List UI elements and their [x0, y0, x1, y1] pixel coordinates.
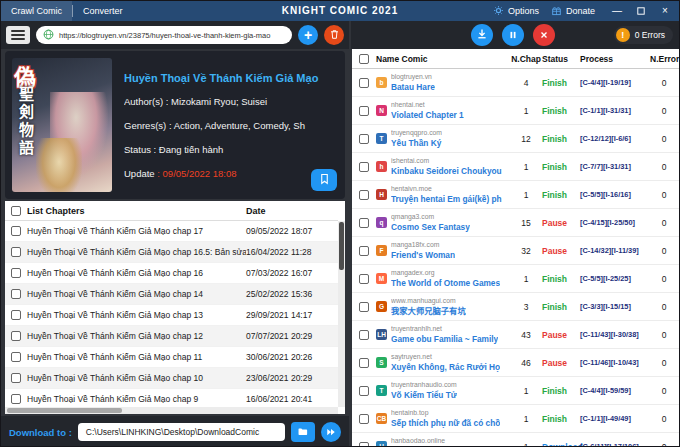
scrollbar-thumb[interactable]: [339, 222, 344, 270]
comic-name[interactable]: Yêu Thần Ký: [391, 138, 442, 149]
comic-name[interactable]: Võ Kiếm Tiểu Tử: [391, 390, 457, 401]
comic-checkbox[interactable]: [359, 358, 369, 368]
comic-row[interactable]: M mangadex.org The World of Otome Games …: [352, 265, 680, 293]
comic-row[interactable]: N nhentai.net Violated Chapter 1 1 Finis…: [352, 97, 680, 125]
bookmark-button[interactable]: [311, 169, 337, 191]
comic-name[interactable]: Xuyên Không, Rác Rưởi Họ: [391, 362, 500, 373]
comic-nchap: 3: [510, 302, 542, 312]
chapter-checkbox[interactable]: [11, 373, 21, 383]
close-button[interactable]: ×: [659, 5, 671, 17]
tab-crawl-comic[interactable]: Crawl Comic: [1, 1, 72, 21]
comic-name[interactable]: The World of Otome Games: [391, 278, 500, 289]
chapter-vertical-scrollbar[interactable]: [338, 221, 345, 407]
comic-checkbox[interactable]: [359, 302, 369, 312]
chapter-row[interactable]: Huyền Thoại Về Thánh Kiếm Giả Mạo chap 1…: [5, 347, 338, 368]
download-path-input[interactable]: C:\Users\LINHKING\Desktop\DownloadComic: [78, 423, 285, 441]
comic-nchap: 15: [510, 218, 542, 228]
maximize-button[interactable]: [635, 5, 647, 17]
stop-button[interactable]: [533, 24, 555, 46]
comic-status: Finish: [542, 190, 580, 200]
comic-row[interactable]: G www.manhuagui.com 我家大师兄脑子有坑 3 Finish […: [352, 293, 680, 321]
comic-checkbox[interactable]: [359, 274, 369, 284]
comic-row[interactable]: CB hentainb.top Sếp thích phụ nữ đã có c…: [352, 405, 680, 433]
add-comic-button[interactable]: +: [298, 25, 318, 45]
url-input[interactable]: https://blogtruyen.vn/23875/huyen-thoai-…: [36, 26, 292, 44]
menu-button[interactable]: [6, 26, 30, 44]
comic-name[interactable]: Game obu Familia ~ Family: [391, 334, 498, 345]
chapter-checkbox[interactable]: [11, 310, 21, 320]
site-favicon: T: [376, 133, 387, 144]
chapter-row[interactable]: Huyền Thoại Về Thánh Kiếm Giả Mạo chap 9…: [5, 389, 338, 407]
comic-name[interactable]: Friend's Woman: [391, 250, 455, 261]
chapter-checkbox[interactable]: [11, 226, 21, 236]
comic-name[interactable]: Violated Chapter 1: [391, 110, 464, 121]
comic-name[interactable]: Truyện hentai Em gái(kề) ph: [391, 194, 502, 205]
chapter-row[interactable]: Huyền Thoại Về Thánh Kiếm Giả Mạo chap 1…: [5, 326, 338, 347]
left-panel: https://blogtruyen.vn/23875/huyen-thoai-…: [1, 21, 349, 447]
comic-row[interactable]: T truyentranhaudio.com Võ Kiếm Tiểu Tử 1…: [352, 377, 680, 405]
chapter-checkbox[interactable]: [11, 247, 21, 257]
comic-nerror: 0: [650, 442, 678, 447]
comic-name[interactable]: 我家大师兄脑子有坑: [391, 306, 466, 317]
tab-converter[interactable]: Converter: [73, 1, 133, 21]
chapter-checkbox[interactable]: [11, 394, 21, 404]
comic-row[interactable]: S saytruyen.net Xuyên Không, Rác Rưởi Họ…: [352, 349, 680, 377]
comic-name[interactable]: Batau Hare: [391, 82, 435, 93]
chapter-row[interactable]: Huyền Thoại Về Thánh Kiếm Giả Mạo chap 1…: [5, 221, 338, 242]
errors-badge[interactable]: ! 0 Errors: [614, 26, 673, 44]
comic-checkbox[interactable]: [359, 330, 369, 340]
chapter-checkbox[interactable]: [11, 331, 21, 341]
chapter-checkbox[interactable]: [11, 268, 21, 278]
comic-status-line: Status : Đang tiến hành: [124, 144, 338, 155]
start-download-button[interactable]: [321, 422, 341, 442]
comic-title: Huyền Thoại Về Thánh Kiếm Giả Mạo: [124, 72, 338, 84]
pause-button[interactable]: [502, 24, 524, 46]
comic-checkbox[interactable]: [359, 162, 369, 172]
donate-button[interactable]: Donate: [551, 5, 595, 18]
select-all-chapters-checkbox[interactable]: [11, 206, 21, 216]
comic-row[interactable]: LH truyentranhlh.net Game obu Familia ~ …: [352, 321, 680, 349]
comic-site: truyentranhlh.net: [391, 325, 498, 334]
delete-button[interactable]: [324, 25, 344, 45]
comic-checkbox[interactable]: [359, 414, 369, 424]
download-all-button[interactable]: [471, 24, 493, 46]
chapter-row[interactable]: Huyền Thoại Về Thánh Kiếm Giả Mạo chap 1…: [5, 368, 338, 389]
chapter-name: Huyền Thoại Về Thánh Kiếm Giả Mạo chap 9: [27, 394, 246, 404]
options-button[interactable]: Options: [493, 5, 539, 18]
chapter-checkbox[interactable]: [11, 352, 21, 362]
comic-name[interactable]: Cosmo Sex Fantasy: [391, 222, 470, 233]
comic-nchap: 1: [510, 162, 542, 172]
chapter-row[interactable]: Huyền Thoại Về Thánh Kiếm Giả Mạo chap 1…: [5, 242, 338, 263]
download-path-text: C:\Users\LINHKING\Desktop\DownloadComic: [86, 427, 259, 437]
chapter-horizontal-scrollbar[interactable]: [5, 407, 338, 414]
chapter-row[interactable]: Huyền Thoại Về Thánh Kiếm Giả Mạo chap 1…: [5, 284, 338, 305]
comic-row[interactable]: F manga18fx.com Friend's Woman 32 Pause …: [352, 237, 680, 265]
comic-checkbox[interactable]: [359, 442, 369, 447]
comic-checkbox[interactable]: [359, 106, 369, 116]
browse-folder-button[interactable]: [291, 422, 315, 442]
comic-checkbox[interactable]: [359, 218, 369, 228]
comic-row[interactable]: h ishentai.com Kinbaku Seidorei Choukyou…: [352, 153, 680, 181]
comic-checkbox[interactable]: [359, 134, 369, 144]
comic-row[interactable]: b blogtruyen.vn Batau Hare 4 Finish [C-4…: [352, 69, 680, 97]
comic-name[interactable]: Kinbaku Seidorei Choukyou: [391, 166, 502, 177]
comic-row[interactable]: H hanbaodao.online NHẦM NHẬN ĐẠI TỬ GIA …: [352, 433, 680, 447]
comic-checkbox[interactable]: [359, 246, 369, 256]
comic-row[interactable]: H hentaivn.moe Truyện hentai Em gái(kề) …: [352, 181, 680, 209]
comic-name[interactable]: Sếp thích phụ nữ đã có chồ: [391, 418, 500, 429]
scrollbar-thumb[interactable]: [7, 408, 122, 413]
comic-checkbox[interactable]: [359, 386, 369, 396]
comic-checkbox[interactable]: [359, 78, 369, 88]
select-all-comics-checkbox[interactable]: [359, 54, 369, 64]
comic-nerror: 0: [650, 414, 678, 424]
comic-checkbox[interactable]: [359, 190, 369, 200]
chapter-row[interactable]: Huyền Thoại Về Thánh Kiếm Giả Mạo chap 1…: [5, 263, 338, 284]
comic-row[interactable]: T truyenqqpro.com Yêu Thần Ký 12 Finish …: [352, 125, 680, 153]
chapter-row[interactable]: Huyền Thoại Về Thánh Kiếm Giả Mạo chap 1…: [5, 305, 338, 326]
comic-row[interactable]: q qmanga3.com Cosmo Sex Fantasy 15 Pause…: [352, 209, 680, 237]
minimize-button[interactable]: —: [611, 5, 623, 17]
cover-kanji-title: 聖剣物語: [15, 86, 36, 158]
chapter-checkbox[interactable]: [11, 289, 21, 299]
chapter-date: 25/02/2022 15:36: [246, 289, 338, 299]
comic-status: Finish: [542, 162, 580, 172]
